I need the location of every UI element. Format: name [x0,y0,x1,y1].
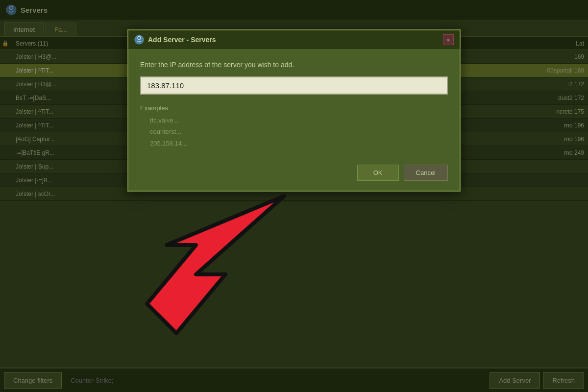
example-item-1: tfc.valve... [140,115,448,126]
modal-overlay: Add Server - Servers × Enter the IP addr… [0,0,588,392]
modal-description: Enter the IP address of the server you w… [140,61,448,69]
examples-section: Examples tfc.valve... counterst... 205.1… [140,104,448,149]
modal-title: Add Server - Servers [148,36,439,44]
modal-titlebar: Add Server - Servers × [128,30,460,49]
modal-close-button[interactable]: × [443,34,454,45]
modal-ok-button[interactable]: OK [357,165,399,181]
example-item-3: 205.158.14... [140,138,448,149]
modal-steam-icon [134,35,144,45]
add-server-dialog: Add Server - Servers × Enter the IP addr… [127,29,461,192]
ip-address-input[interactable] [140,76,448,95]
modal-body: Enter the IP address of the server you w… [128,49,460,191]
examples-title: Examples [140,104,448,112]
modal-cancel-button[interactable]: Cancel [404,165,448,181]
modal-buttons: OK Cancel [140,161,448,181]
example-item-2: counterst... [140,126,448,137]
main-window: Servers Internet Fa... 🔒 Servers (11) La… [0,0,588,392]
